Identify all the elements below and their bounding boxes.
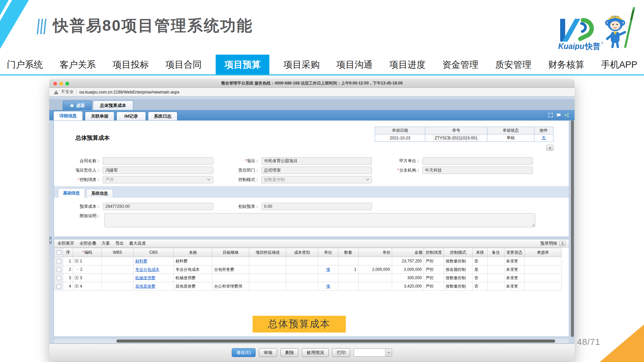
page-url[interactable]: oa.kuaipu.com.cn:2198/WebEnterprise/newm…: [79, 90, 180, 95]
column-header-18[interactable]: 来源单: [524, 248, 561, 257]
cbs-link[interactable]: 机械使用费: [135, 276, 155, 280]
column-header-4[interactable]: CBS: [133, 248, 174, 257]
form-field-input[interactable]: 中天科技: [422, 167, 533, 174]
nav-item-10[interactable]: 质安管理: [492, 55, 534, 74]
toolbar-link-2[interactable]: 全部折叠: [79, 241, 96, 246]
window-tab-bar: 桌面总体预算成本: [49, 99, 575, 110]
nav-item-5[interactable]: 项目预算: [216, 55, 269, 74]
close-window-icon[interactable]: [53, 82, 57, 85]
detail-tab-1[interactable]: 详细信息: [53, 111, 83, 120]
cell-source: [524, 257, 561, 265]
nav-item-4[interactable]: 项目合同: [163, 55, 204, 74]
select-all-checkbox[interactable]: [57, 250, 61, 255]
expand-icon[interactable]: [75, 284, 78, 288]
nav-item-9[interactable]: 资金管理: [440, 55, 481, 74]
cbs-link[interactable]: 专业分包成本: [135, 267, 159, 272]
required-asterisk: *: [245, 159, 247, 163]
message-icon[interactable]: [556, 113, 561, 118]
footer-button-2[interactable]: 审核: [259, 348, 277, 357]
cell-name: 材料费: [174, 257, 212, 265]
vertical-scrollbar-thumb[interactable]: [571, 120, 574, 337]
column-header-15[interactable]: 末级: [472, 248, 487, 257]
window-tab-1[interactable]: 桌面: [63, 101, 92, 110]
column-header-1[interactable]: 序: [63, 248, 73, 257]
row-checkbox[interactable]: [57, 276, 61, 280]
form-field-input[interactable]: [103, 157, 213, 165]
panel-splitter-handle[interactable]: [49, 237, 52, 244]
collapse-header-button[interactable]: [546, 145, 553, 150]
horizontal-scrollbar-thumb[interactable]: [116, 340, 555, 343]
footer-button-5[interactable]: 打印: [332, 348, 350, 357]
form-field-value: 总经理室: [264, 168, 281, 173]
footer-button-3[interactable]: 删除: [280, 348, 299, 357]
form-field-input[interactable]: 总经理室: [261, 167, 372, 174]
cbs-link[interactable]: 材料费: [135, 259, 147, 263]
nav-item-11[interactable]: 财务核算: [545, 55, 587, 74]
attachment-link[interactable]: 无: [542, 135, 546, 140]
nav-item-1[interactable]: 门户系统: [4, 55, 46, 74]
form-field-input[interactable]: 按数量控制: [261, 176, 372, 183]
unit-link[interactable]: 项: [326, 267, 330, 272]
toolbar-link-1[interactable]: 全部展开: [57, 241, 74, 246]
fullscreen-icon[interactable]: [548, 113, 553, 118]
form-field-input[interactable]: [422, 157, 533, 165]
row-checkbox[interactable]: [57, 267, 61, 272]
nav-item-6[interactable]: 项目采购: [281, 55, 322, 74]
expand-icon[interactable]: [75, 276, 78, 280]
info-tab-1[interactable]: 基础信息: [58, 188, 85, 198]
detail-tab-bar: 详细信息关联单据IM记录系统日志: [49, 110, 575, 120]
column-header-11[interactable]: 单价: [358, 248, 392, 257]
column-header-6[interactable]: 目标规格: [212, 248, 249, 257]
nav-item-2[interactable]: 客户关系: [57, 55, 99, 74]
cbs-link[interactable]: 其他直接费: [135, 284, 155, 289]
unit-link[interactable]: 项: [326, 284, 330, 289]
footer-button-1[interactable]: 修改(E): [232, 348, 256, 357]
toolbar-link-3[interactable]: 方案: [102, 241, 110, 246]
footer-dropdown[interactable]: [354, 349, 392, 357]
row-checkbox-cell: [55, 257, 63, 265]
column-header-5[interactable]: 名称: [174, 248, 212, 257]
column-header-17[interactable]: 变更状态: [504, 248, 524, 257]
row-checkbox[interactable]: [57, 284, 61, 289]
detail-tab-4[interactable]: 系统日志: [148, 112, 177, 120]
form-field-input[interactable]: 冯建军: [103, 167, 213, 174]
column-header-8[interactable]: 成本类型: [286, 248, 318, 257]
browser-urlbar[interactable]: 不安全 oa.kuaipu.com.cn:2198/WebEnterprise/…: [49, 88, 575, 97]
nav-item-8[interactable]: 项目进度: [387, 55, 428, 74]
column-header-9[interactable]: 单位: [318, 248, 338, 257]
collapse-grid-button[interactable]: [559, 241, 566, 246]
form-field-input[interactable]: 市民体育公园项目: [261, 157, 372, 165]
column-header-13[interactable]: 控制强度: [424, 248, 444, 257]
column-header-12[interactable]: 金额: [392, 248, 424, 257]
budget-field-input[interactable]: 29477250.00: [103, 203, 213, 210]
note-textarea[interactable]: [104, 213, 535, 227]
toolbar-link-5[interactable]: 最大高度: [129, 241, 146, 246]
doc-col-attachment: 附件: [534, 127, 553, 134]
toolbar-link-4[interactable]: 导出: [115, 241, 124, 246]
detail-tab-2[interactable]: 关联单据: [85, 112, 114, 120]
budget-field-input[interactable]: 0.00: [261, 203, 372, 210]
column-header-14[interactable]: 控制模式: [444, 248, 472, 257]
nav-item-12[interactable]: 手机APP: [598, 55, 640, 74]
form-field-input[interactable]: 严控: [103, 176, 213, 183]
footer-button-4[interactable]: 被用情况: [302, 348, 329, 357]
maximize-window-icon[interactable]: [65, 82, 69, 85]
nav-item-3[interactable]: 项目投标: [110, 55, 152, 74]
expand-icon[interactable]: [75, 259, 78, 263]
svg-text:®: ®: [601, 42, 603, 45]
column-header-2[interactable]: *编码: [73, 248, 102, 257]
info-tab-2[interactable]: 系统信息: [86, 189, 113, 198]
window-tab-2[interactable]: 总体预算成本: [93, 101, 133, 110]
row-checkbox[interactable]: [57, 259, 61, 263]
nav-item-7[interactable]: 项目沟通: [334, 55, 375, 74]
detail-tab-3[interactable]: IM记录: [116, 112, 146, 120]
minimize-window-icon[interactable]: [59, 82, 63, 85]
share-icon[interactable]: [564, 113, 569, 118]
column-header-16[interactable]: 备注: [487, 248, 504, 257]
svg-text:Kuaipu: Kuaipu: [558, 42, 584, 50]
column-header-7[interactable]: 项目特征描述: [249, 248, 286, 257]
column-header-3[interactable]: WBS: [102, 248, 133, 257]
column-header-10[interactable]: 数量: [338, 248, 358, 257]
required-asterisk: *: [82, 250, 84, 255]
form-field-7: *控制强度：严控: [56, 176, 213, 184]
